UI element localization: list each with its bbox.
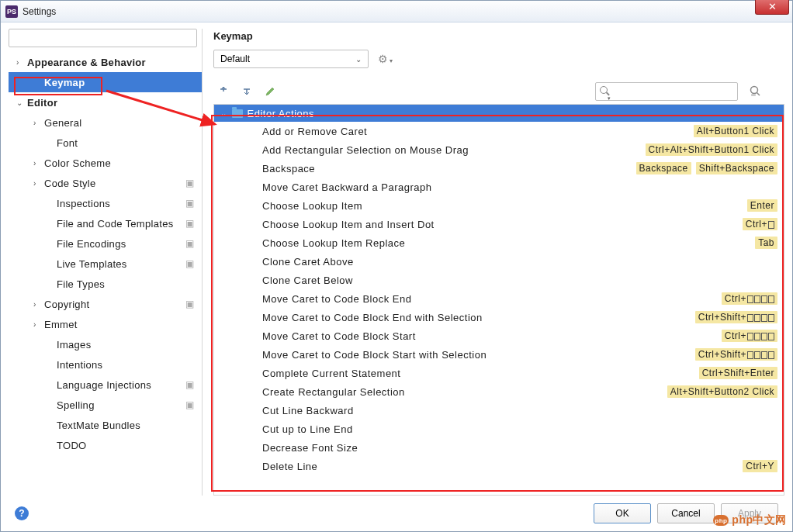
- help-button[interactable]: ?: [15, 506, 29, 520]
- settings-window: PS Settings ✕ ›Appearance & BehaviorKeym…: [0, 0, 793, 532]
- sidebar-item-file-encodings[interactable]: File Encodings▣: [9, 233, 202, 254]
- keymap-filter-input[interactable]: [595, 82, 738, 101]
- action-row[interactable]: Move Caret to Code Block End with Select…: [214, 308, 784, 326]
- shortcut-list: Enter: [747, 199, 777, 212]
- svg-point-0: [751, 86, 758, 93]
- settings-tree[interactable]: ›Appearance & BehaviorKeymap⌄Editor›Gene…: [9, 52, 202, 496]
- action-row[interactable]: Clone Caret Above: [214, 252, 784, 271]
- action-label: Choose Lookup Item: [262, 200, 362, 212]
- action-row[interactable]: Move Caret Backward a Paragraph: [214, 178, 784, 196]
- action-label: Move Caret to Code Block Start: [262, 330, 416, 342]
- sidebar-item-spelling[interactable]: Spelling▣: [9, 395, 202, 415]
- edit-icon[interactable]: [265, 86, 275, 97]
- scheme-icon: ▣: [185, 238, 194, 249]
- sidebar-item-label: Editor: [27, 97, 57, 109]
- shortcut-list: Alt+Button1 Click: [694, 125, 777, 137]
- shortcut-list: Ctrl+: [743, 218, 777, 230]
- sidebar-item-images[interactable]: Images: [9, 334, 202, 354]
- action-label: Backspace: [262, 163, 315, 174]
- watermark: php php中文网: [713, 513, 787, 527]
- action-row[interactable]: Choose Lookup ItemEnter: [214, 196, 784, 215]
- shortcut-badge: Backspace: [636, 162, 691, 174]
- app-icon: PS: [5, 5, 18, 18]
- scheme-icon: ▣: [185, 299, 194, 309]
- action-row[interactable]: BackspaceBackspaceShift+Backspace: [214, 159, 784, 178]
- action-row[interactable]: Clone Caret Below: [214, 271, 784, 289]
- action-label: Move Caret to Code Block End: [262, 293, 411, 305]
- sidebar-item-intentions[interactable]: Intentions: [9, 354, 202, 375]
- sidebar-item-code-style[interactable]: ›Code Style▣: [9, 173, 202, 193]
- gear-icon[interactable]: ⚙: [378, 53, 393, 65]
- collapse-all-icon[interactable]: [241, 86, 252, 97]
- sidebar-item-keymap[interactable]: Keymap: [9, 72, 202, 92]
- sidebar-item-label: TODO: [57, 440, 87, 451]
- action-row[interactable]: Create Rectangular SelectionAlt+Shift+Bu…: [214, 382, 784, 401]
- action-row[interactable]: Add or Remove CaretAlt+Button1 Click: [214, 122, 784, 140]
- button-row: ? OK Cancel Apply: [9, 496, 784, 527]
- action-row[interactable]: Move Caret to Code Block StartCtrl+: [214, 326, 784, 345]
- sidebar-item-label: Code Style: [44, 178, 96, 189]
- sidebar-item-font[interactable]: Font: [9, 133, 202, 153]
- action-row[interactable]: Cut Line Backward: [214, 401, 784, 420]
- shortcut-list: Ctrl+Alt+Shift+Button1 Click: [646, 143, 777, 156]
- action-row[interactable]: Move Caret to Code Block EndCtrl+: [214, 289, 784, 308]
- shortcut-list: BackspaceShift+Backspace: [636, 162, 777, 174]
- chevron-icon: ›: [33, 300, 41, 309]
- action-row[interactable]: Delete LineCtrl+Y: [214, 457, 784, 475]
- shortcut-badge: Ctrl+Y: [743, 460, 777, 472]
- sidebar-item-label: Copyright: [44, 299, 89, 310]
- sidebar-item-copyright[interactable]: ›Copyright▣: [9, 294, 202, 314]
- action-label: Clone Caret Above: [262, 256, 354, 268]
- ok-button[interactable]: OK: [594, 503, 651, 523]
- shortcut-badge: Ctrl+Shift+: [695, 348, 777, 361]
- shortcut-badge: Enter: [747, 199, 777, 212]
- right-pane: Keymap Default ⌄ ⚙: [203, 29, 784, 496]
- action-row[interactable]: Move Caret to Code Block Start with Sele…: [214, 345, 784, 364]
- sidebar-item-color-scheme[interactable]: ›Color Scheme: [9, 153, 202, 173]
- sidebar-item-inspections[interactable]: Inspections▣: [9, 193, 202, 213]
- group-header[interactable]: ⌄ Editor Actions: [214, 105, 784, 122]
- sidebar-item-textmate-bundles[interactable]: TextMate Bundles: [9, 415, 202, 435]
- keymap-list[interactable]: ⌄ Editor Actions Add or Remove CaretAlt+…: [213, 104, 784, 496]
- sidebar-item-general[interactable]: ›General: [9, 112, 202, 133]
- sidebar-item-emmet[interactable]: ›Emmet: [9, 314, 202, 334]
- close-button[interactable]: ✕: [755, 0, 789, 15]
- sidebar-item-todo[interactable]: TODO: [9, 435, 202, 455]
- sidebar-item-file-types[interactable]: File Types: [9, 274, 202, 294]
- keymap-preset-select[interactable]: Default ⌄: [213, 50, 369, 68]
- sidebar-item-appearance-behavior[interactable]: ›Appearance & Behavior: [9, 52, 202, 72]
- action-row[interactable]: Decrease Font Size: [214, 438, 784, 457]
- action-row[interactable]: Choose Lookup Item and Insert DotCtrl+: [214, 215, 784, 233]
- sidebar-search-input[interactable]: [9, 29, 197, 47]
- action-row[interactable]: Complete Current StatementCtrl+Shift+Ent…: [214, 364, 784, 382]
- sidebar-item-file-and-code-templates[interactable]: File and Code Templates▣: [9, 213, 202, 233]
- sidebar-item-label: File and Code Templates: [57, 218, 173, 230]
- sidebar-item-editor[interactable]: ⌄Editor: [9, 92, 202, 112]
- preset-row: Default ⌄ ⚙: [213, 50, 784, 68]
- scheme-icon: ▣: [185, 379, 194, 390]
- group-label: Editor Actions: [248, 108, 315, 119]
- action-row[interactable]: Add Rectangular Selection on Mouse DragC…: [214, 140, 784, 159]
- expand-all-icon[interactable]: [218, 86, 229, 97]
- action-row[interactable]: Cut up to Line End: [214, 420, 784, 438]
- chevron-icon: ›: [33, 320, 41, 329]
- sidebar-item-label: Language Injections: [57, 379, 151, 391]
- find-action-by-shortcut-icon[interactable]: [749, 85, 761, 99]
- scheme-icon: ▣: [185, 218, 194, 229]
- shortcut-list: Ctrl+Shift+: [695, 348, 777, 361]
- action-row[interactable]: Choose Lookup Item ReplaceTab: [214, 233, 784, 252]
- chevron-icon: ›: [33, 119, 41, 127]
- sidebar-item-label: File Types: [57, 278, 105, 290]
- cancel-button[interactable]: Cancel: [657, 503, 715, 523]
- sidebar-item-language-injections[interactable]: Language Injections▣: [9, 375, 202, 395]
- scheme-icon: ▣: [185, 198, 194, 209]
- action-label: Add Rectangular Selection on Mouse Drag: [262, 144, 469, 156]
- shortcut-badge: Ctrl+Shift+: [695, 311, 777, 323]
- page-title: Keymap: [213, 29, 784, 50]
- sidebar-item-live-templates[interactable]: Live Templates▣: [9, 254, 202, 274]
- scheme-icon: ▣: [185, 399, 194, 410]
- sidebar-item-label: Images: [57, 339, 91, 351]
- sidebar-item-label: Inspections: [57, 198, 110, 209]
- shortcut-list: Ctrl+Y: [743, 460, 777, 472]
- preset-value: Default: [220, 54, 250, 64]
